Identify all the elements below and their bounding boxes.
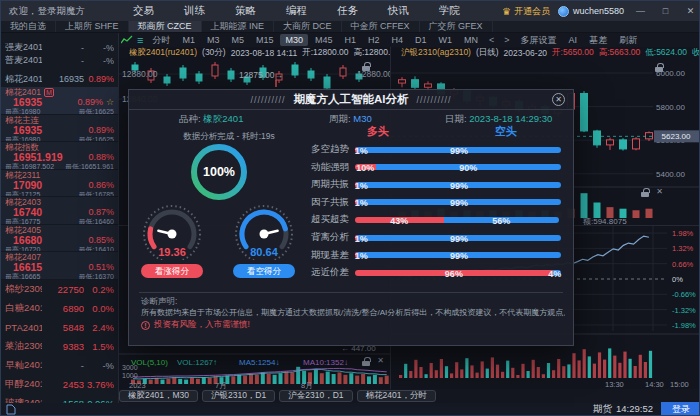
lock-icon[interactable] xyxy=(641,187,649,197)
period-M45[interactable]: M45 xyxy=(310,34,338,46)
menu-学院[interactable]: 学院 xyxy=(439,4,460,18)
menu-任务[interactable]: 任务 xyxy=(337,4,358,18)
contract-pct: 0.0% xyxy=(84,303,114,314)
contract-pct: -% xyxy=(84,360,114,371)
chart-period: (30分) xyxy=(202,47,226,59)
exchange-tab[interactable]: 中金所 CFFEX xyxy=(342,21,420,32)
action-多屏设置[interactable]: 多屏设置 xyxy=(516,33,562,48)
contract-row[interactable]: 玻璃24011568-0.06% xyxy=(1,394,118,404)
contract-row[interactable]: 早籼2401--% xyxy=(1,356,118,375)
action-基差[interactable]: 基差 xyxy=(584,33,612,48)
contract-row[interactable]: 强麦2401--% xyxy=(1,41,118,54)
period-M5[interactable]: M5 xyxy=(226,34,249,46)
deco-slashes: ////////// xyxy=(250,95,285,105)
short-pct-label: 99% xyxy=(450,234,468,244)
contract-card[interactable]: 棉花指数16951.9190.88%最高:16987.502最低:16651.9… xyxy=(1,142,118,170)
favorite-star-icon[interactable]: ☆ xyxy=(103,97,114,108)
lock-icon[interactable] xyxy=(362,356,370,366)
svg-text:5800.00: 5800.00 xyxy=(656,103,685,112)
svg-text:-1.32%: -1.32% xyxy=(672,306,696,315)
short-pct-label: 99% xyxy=(450,146,468,156)
exchange-tab[interactable]: 大商所 DCE xyxy=(274,21,342,32)
contract-row[interactable]: 菜油230993831.5% xyxy=(1,337,118,356)
contract-card[interactable]: 棉花2311170900.86%最高:17125最低:16785 xyxy=(1,170,118,198)
minimize-button[interactable]: — xyxy=(632,6,649,16)
chart-tab[interactable]: 棉花2401，分时 xyxy=(357,390,436,402)
chart-tab[interactable]: 沪银2310，D1 xyxy=(202,390,275,402)
metric-label: 超买超卖 xyxy=(299,208,355,226)
metrics-header: 多头 空头 xyxy=(299,124,565,138)
chart-tab-bar: 橡胶2401，M30沪银2310，D1沪金2310，D1棉花2401，分时 xyxy=(119,389,700,403)
bearish-score-button[interactable]: 看空得分 xyxy=(233,264,295,278)
menu-交易[interactable]: 交易 xyxy=(133,4,154,18)
contract-name: 白糖2401 xyxy=(5,302,42,315)
contract-row[interactable]: 普麦2401--% xyxy=(1,54,118,67)
period-M1[interactable]: M1 xyxy=(177,34,200,46)
period-M30[interactable]: M30 xyxy=(280,34,308,46)
period-H2[interactable]: H2 xyxy=(363,34,385,46)
contract-row[interactable]: 棉纱2309227500.2% xyxy=(1,280,118,299)
user-account[interactable]: wuchen5580 xyxy=(558,6,624,17)
bullish-score-button[interactable]: 看涨得分 xyxy=(141,264,203,278)
period-D1[interactable]: D1 xyxy=(410,34,432,46)
action-AI[interactable]: AI xyxy=(564,34,583,46)
trend-icon[interactable] xyxy=(121,35,133,45)
svg-text:100%: 100% xyxy=(203,165,235,179)
contract-card[interactable]: 棉花主连169350.89%最高:16980最低:16625 xyxy=(1,115,118,143)
main-menu: 交易训练策略编程任务快讯学院 xyxy=(133,4,460,18)
contract-row[interactable]: 甲醇240124533.76% xyxy=(1,375,118,394)
period-H1[interactable]: H1 xyxy=(340,34,362,46)
pane-icons xyxy=(362,61,370,71)
next-arrow[interactable]: > xyxy=(500,34,513,46)
metric-label: 因子共振 xyxy=(299,191,355,209)
exchange-tab[interactable]: 上期能源 INE xyxy=(202,21,275,32)
menu-编程[interactable]: 编程 xyxy=(286,4,307,18)
exchange-tab[interactable]: 我的自选 xyxy=(1,21,56,32)
exchange-tab[interactable]: 郑商所 CZCE xyxy=(129,21,202,32)
exchange-tab[interactable]: 上期所 SHFE xyxy=(56,21,129,32)
period-toolbar: ≡ 分时M1M3M5M15M30M45H1H2H4D1W1MN<>多屏设置AI基… xyxy=(119,33,700,47)
svg-text:3000: 3000 xyxy=(122,364,138,371)
exchange-tab[interactable]: 广交所 GFEX xyxy=(420,21,493,32)
contract-card[interactable]: 棉花2401M169350.89%☆最高:16980最低:16625 xyxy=(1,87,118,115)
period-MN[interactable]: MN xyxy=(459,34,483,46)
period-W1[interactable]: W1 xyxy=(434,34,458,46)
chart-date: 2023-06-20 xyxy=(504,48,547,58)
lock-icon[interactable] xyxy=(655,62,663,72)
prev-arrow[interactable]: < xyxy=(485,34,498,46)
modal-close-icon[interactable]: ✕ xyxy=(552,93,565,106)
close-pane-icon[interactable]: ✕ xyxy=(656,188,663,196)
document-icon[interactable] xyxy=(6,404,16,415)
contract-card[interactable]: 棉花2405166800.85%最高:16720最低:16410 xyxy=(1,225,118,253)
metric-label: 背离分析 xyxy=(299,226,355,244)
list-icon[interactable]: ≡ xyxy=(137,35,143,45)
action-刷新[interactable]: 刷新 xyxy=(614,33,642,48)
period-M15[interactable]: M15 xyxy=(251,34,279,46)
login-button[interactable]: 登录 xyxy=(661,402,700,416)
menu-策略[interactable]: 策略 xyxy=(235,4,256,18)
close-pane-icon[interactable]: ✕ xyxy=(377,357,384,365)
contract-pct: -% xyxy=(84,43,114,53)
period-H4[interactable]: H4 xyxy=(387,34,409,46)
metric-row: 因子共振1%99% xyxy=(299,191,565,209)
metric-row: 远近价差96%4% xyxy=(299,261,565,279)
maximize-button[interactable]: □ xyxy=(657,6,674,16)
contract-card[interactable]: 棉花2407166150.51%最高:16665最低:16370 xyxy=(1,252,118,280)
period-M3[interactable]: M3 xyxy=(202,34,225,46)
contract-row[interactable]: PTA240158482.4% xyxy=(1,318,118,337)
short-pct-label: 4% xyxy=(548,269,561,279)
contract-card[interactable]: 棉花2403167400.87%最高:16775最低:16460 xyxy=(1,197,118,225)
contract-row[interactable]: 白糖240168900.0% xyxy=(1,299,118,318)
contract-row[interactable]: 棉花2401169350.89% xyxy=(1,71,118,87)
menu-训练[interactable]: 训练 xyxy=(184,4,205,18)
menu-快讯[interactable]: 快讯 xyxy=(388,4,409,18)
chart-tab[interactable]: 橡胶2401，M30 xyxy=(119,390,198,402)
contract-price: 16951.919 xyxy=(5,152,80,163)
close-button[interactable]: ✕ xyxy=(682,6,699,16)
svg-text:额:594.8075: 额:594.8075 xyxy=(582,217,627,226)
chart-tab[interactable]: 沪金2310，D1 xyxy=(279,390,352,402)
open-membership-button[interactable]: ♛开通会员 xyxy=(502,5,550,18)
period-分时[interactable]: 分时 xyxy=(147,33,175,48)
lock-icon[interactable] xyxy=(362,61,370,71)
metric-label: 动能强弱 xyxy=(299,156,355,174)
